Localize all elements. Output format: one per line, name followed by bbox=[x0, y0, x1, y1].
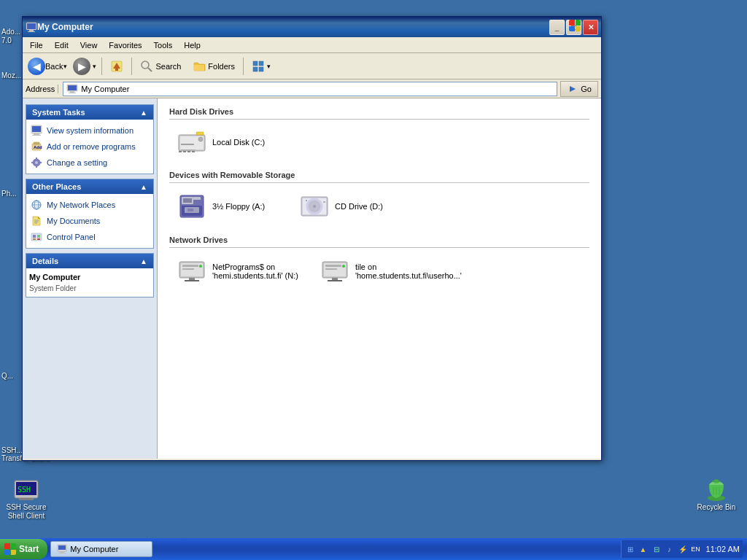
my-documents-link[interactable]: My Documents bbox=[29, 214, 150, 228]
system-tasks-section: System Tasks ▲ View system information bbox=[26, 104, 154, 174]
svg-rect-11 bbox=[115, 68, 118, 71]
main-content: System Tasks ▲ View system information bbox=[23, 98, 601, 459]
local-c-drive[interactable]: Local Disk (C:) bbox=[169, 125, 286, 159]
menu-edit[interactable]: Edit bbox=[49, 39, 74, 51]
local-c-label: Local Disk (C:) bbox=[212, 138, 265, 147]
control-panel-link[interactable]: Control Panel bbox=[29, 230, 150, 244]
svg-rect-23 bbox=[32, 126, 41, 132]
network-drive-tile-icon bbox=[320, 259, 349, 284]
close-button[interactable]: ✕ bbox=[583, 20, 598, 35]
menu-bar: File Edit View Favorites Tools Help bbox=[23, 37, 601, 53]
svg-rect-60 bbox=[183, 198, 192, 203]
window-icon bbox=[26, 21, 37, 33]
svg-rect-54 bbox=[183, 151, 186, 152]
my-network-places-link[interactable]: My Network Places bbox=[29, 198, 150, 211]
desktop-label-ado: Ado...7.0 bbox=[1, 28, 18, 45]
svg-line-13 bbox=[148, 68, 152, 71]
svg-rect-76 bbox=[189, 278, 195, 280]
menu-favorites[interactable]: Favorites bbox=[103, 39, 147, 51]
svg-rect-71 bbox=[323, 201, 325, 203]
title-bar: My Computer _ □ ✕ bbox=[23, 17, 601, 37]
search-button[interactable]: Search bbox=[135, 56, 186, 77]
svg-rect-70 bbox=[306, 200, 307, 201]
svg-rect-27 bbox=[34, 142, 39, 144]
floppy-drive[interactable]: 3½ Floppy (A:) bbox=[169, 189, 286, 224]
svg-rect-84 bbox=[328, 280, 342, 281]
svg-rect-57 bbox=[196, 132, 204, 135]
svg-rect-74 bbox=[182, 265, 198, 267]
other-places-header[interactable]: Other Places ▲ bbox=[26, 179, 153, 194]
net-n-drive[interactable]: NetPrograms$ on 'hemi.students.tut.fi' (… bbox=[169, 254, 306, 289]
forward-button[interactable]: ▶ ▾ bbox=[71, 56, 98, 77]
window-title: My Computer bbox=[37, 22, 549, 32]
add-remove-icon: Add bbox=[31, 141, 42, 152]
tray-icon-power[interactable]: ⚡ bbox=[677, 543, 689, 555]
net-n-label: NetPrograms$ on 'hemi.students.tut.fi' (… bbox=[212, 262, 298, 280]
change-setting-link[interactable]: Change a setting bbox=[29, 156, 150, 169]
other-places-collapse[interactable]: ▲ bbox=[140, 183, 147, 191]
menu-view[interactable]: View bbox=[74, 39, 104, 51]
floppy-label: 3½ Floppy (A:) bbox=[212, 202, 265, 211]
svg-rect-7 bbox=[27, 23, 36, 29]
view-button[interactable]: ▾ bbox=[247, 56, 276, 77]
svg-rect-63 bbox=[187, 209, 193, 211]
address-input[interactable]: My Computer bbox=[63, 82, 557, 96]
svg-rect-3 bbox=[19, 498, 34, 500]
tray-icon-sound[interactable]: ♪ bbox=[664, 543, 676, 555]
taskbar-my-computer[interactable]: My Computer bbox=[50, 541, 152, 557]
menu-file[interactable]: File bbox=[24, 39, 49, 51]
fwd-dropdown-arrow[interactable]: ▾ bbox=[93, 63, 96, 70]
add-remove-link[interactable]: Add Add or remove programs bbox=[29, 140, 150, 153]
view-system-info-link[interactable]: View system information bbox=[29, 124, 150, 137]
svg-rect-24 bbox=[34, 133, 39, 135]
system-tasks-content: View system information Add Add or remov… bbox=[26, 120, 153, 174]
details-section: Details ▲ My Computer System Folder bbox=[26, 253, 154, 298]
svg-rect-82 bbox=[325, 268, 337, 270]
network-drives-section: Network Drives bbox=[169, 236, 589, 289]
menu-tools[interactable]: Tools bbox=[148, 39, 179, 51]
svg-rect-88 bbox=[60, 551, 64, 553]
tray-icon-lang[interactable]: EN bbox=[690, 543, 702, 555]
removable-title: Devices with Removable Storage bbox=[169, 171, 589, 183]
svg-rect-64 bbox=[193, 197, 201, 200]
back-dropdown-arrow[interactable]: ▾ bbox=[63, 63, 67, 70]
start-winxp-logo bbox=[4, 543, 16, 555]
svg-rect-46 bbox=[33, 238, 36, 240]
up-button[interactable] bbox=[105, 56, 128, 77]
tray-icon-1: ⊞ bbox=[624, 543, 636, 555]
start-button[interactable]: Start bbox=[0, 539, 47, 559]
system-tasks-header[interactable]: System Tasks ▲ bbox=[26, 105, 153, 120]
address-label: Address bbox=[26, 85, 58, 93]
svg-rect-9 bbox=[28, 31, 35, 32]
folders-icon bbox=[193, 60, 206, 73]
right-panel: Hard Disk Drives bbox=[158, 98, 601, 459]
svg-rect-81 bbox=[325, 265, 341, 267]
winxp-logo bbox=[569, 20, 581, 31]
view-icon bbox=[252, 60, 265, 73]
cd-drive[interactable]: CD Drive (D:) bbox=[292, 189, 409, 224]
svg-rect-47 bbox=[37, 238, 40, 240]
net-tile-drive[interactable]: tile on 'home.students.tut.fi\userho...' bbox=[312, 254, 470, 289]
view-dropdown-arrow[interactable]: ▾ bbox=[267, 63, 271, 70]
toolbar: ◀ Back ▾ ▶ ▾ Search bbox=[23, 53, 601, 79]
tray-icons: ⊞ ▲ ⊟ ♪ ⚡ EN 11:02 AM bbox=[621, 540, 743, 558]
svg-rect-52 bbox=[181, 144, 194, 145]
network-drive-n-icon bbox=[177, 259, 206, 284]
details-header[interactable]: Details ▲ bbox=[26, 254, 153, 268]
svg-rect-89 bbox=[58, 553, 66, 553]
folders-button[interactable]: Folders bbox=[187, 56, 240, 77]
tray-icon-network[interactable]: ⊟ bbox=[651, 543, 662, 555]
back-button[interactable]: ◀ Back ▾ bbox=[26, 56, 69, 77]
system-tasks-collapse[interactable]: ▲ bbox=[140, 109, 147, 117]
go-button[interactable]: Go bbox=[560, 81, 598, 97]
ssh-client-icon[interactable]: SSH SSH Secure Shell Client bbox=[6, 478, 47, 521]
my-computer-window: My Computer _ □ ✕ File Edit View Favorit… bbox=[22, 16, 602, 461]
minimize-button[interactable]: _ bbox=[549, 20, 565, 35]
svg-rect-21 bbox=[69, 93, 76, 93]
details-content: My Computer System Folder bbox=[26, 268, 153, 297]
left-panel: System Tasks ▲ View system information bbox=[23, 98, 158, 459]
menu-help[interactable]: Help bbox=[178, 39, 206, 51]
recycle-bin-icon[interactable]: Recycle Bin bbox=[696, 478, 737, 512]
svg-rect-83 bbox=[332, 278, 338, 280]
details-collapse[interactable]: ▲ bbox=[140, 257, 147, 265]
